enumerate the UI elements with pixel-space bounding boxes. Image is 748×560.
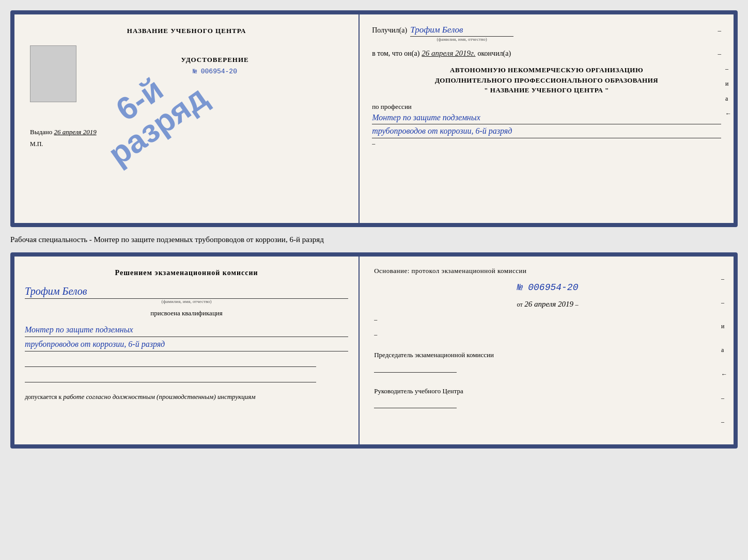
allowed-label: допускается к работе согласно должностны…: [25, 393, 348, 401]
left-content-area: УДОСТОВЕРЕНИЕ № 006954-20: [82, 40, 348, 75]
between-label: Рабочая специальность - Монтер по защите…: [10, 233, 738, 246]
allowed-text: работе согласно должностным (производств…: [63, 393, 255, 401]
protocol-date: от 26 апреля 2019 –: [374, 300, 721, 309]
cert-issued: Выдано 26 апреля 2019: [25, 128, 97, 136]
chairman-block: Председатель экзаменационной комиссии: [374, 350, 721, 373]
udost-block: УДОСТОВЕРЕНИЕ № 006954-20: [181, 56, 248, 75]
person-name-block: Трофим Белов (фамилия, имя, отчество): [25, 282, 348, 304]
fio-sublabel-bottom: (фамилия, имя, отчество): [25, 299, 348, 304]
udost-label: УДОСТОВЕРЕНИЕ: [181, 56, 248, 64]
qualification-line2: трубопроводов от коррозии, 6-й разряд: [25, 337, 348, 351]
certificate-top: НАЗВАНИЕ УЧЕБНОГО ЦЕНТРА УДОСТОВЕРЕНИЕ №…: [10, 10, 738, 227]
photo-placeholder: [30, 45, 76, 102]
assigned-label: присвоена квалификация: [25, 309, 348, 317]
cert-bottom-left: Решением экзаменационной комиссии Трофим…: [14, 257, 360, 444]
head-block: Руководитель учебного Центра: [374, 386, 721, 409]
cert-bottom-right: Основание: протокол экзаменационной коми…: [360, 257, 734, 444]
blank-line-2: [25, 372, 316, 382]
person-name-bottom: Трофим Белов: [25, 285, 348, 299]
recipient-name: Трофим Белов: [410, 25, 513, 37]
basis-title: Основание: протокол экзаменационной коми…: [374, 267, 721, 275]
cert-left: НАЗВАНИЕ УЧЕБНОГО ЦЕНТРА УДОСТОВЕРЕНИЕ №…: [14, 14, 360, 223]
page-wrapper: НАЗВАНИЕ УЧЕБНОГО ЦЕНТРА УДОСТОВЕРЕНИЕ №…: [10, 10, 738, 449]
fio-sublabel-top: (фамилия, имя, отчество): [437, 37, 487, 42]
org-block: АВТОНОМНУЮ НЕКОММЕРЧЕСКУЮ ОРГАНИЗАЦИЮ ДО…: [372, 65, 721, 95]
profession-block: по профессии Монтер по защите подземных …: [372, 103, 721, 148]
org-block-wrapper: АВТОНОМНУЮ НЕКОММЕРЧЕСКУЮ ОРГАНИЗАЦИЮ ДО…: [372, 65, 721, 95]
head-signature-line: [374, 398, 457, 408]
cert-number: № 006954-20: [193, 67, 237, 75]
protocol-number: № 006954-20: [374, 282, 721, 293]
right-side-dashes: – – и а ← – –: [721, 257, 727, 444]
blank-line-1: [25, 357, 316, 367]
date-line: в том, что он(а) 26 апреля 2019г. окончи…: [372, 49, 721, 58]
qualification-block: Монтер по защите подземных трубопроводов…: [25, 323, 348, 351]
profession-line1: Монтер по защите подземных: [372, 111, 721, 125]
qualification-line1: Монтер по защите подземных: [25, 323, 348, 337]
chairman-signature-line: [374, 362, 457, 373]
profession-line2: трубопроводов от коррозии, 6-й разряд: [372, 124, 721, 138]
certificate-bottom: Решением экзаменационной комиссии Трофим…: [10, 252, 738, 449]
completion-date: 26 апреля 2019г.: [422, 49, 475, 58]
cert-top-title: НАЗВАНИЕ УЧЕБНОГО ЦЕНТРА: [127, 27, 246, 35]
left-top-area: УДОСТОВЕРЕНИЕ № 006954-20: [25, 40, 348, 107]
recipient-line: Получил(а) Трофим Белов (фамилия, имя, о…: [372, 25, 721, 42]
mp-label: М.П.: [25, 140, 43, 148]
cert-right: Получил(а) Трофим Белов (фамилия, имя, о…: [360, 14, 734, 223]
profession-label: по профессии: [372, 103, 721, 111]
decision-title: Решением экзаменационной комиссии: [25, 269, 348, 277]
